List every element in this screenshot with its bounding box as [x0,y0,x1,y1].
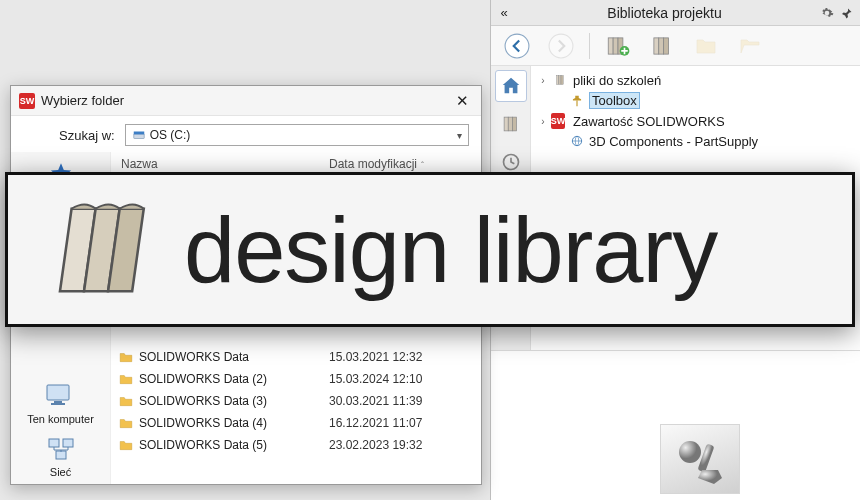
pc-icon [43,380,79,412]
svg-rect-16 [576,100,577,106]
back-button[interactable] [499,28,535,64]
table-row[interactable]: SOLIDWORKS Data 15.03.2021 12:32 [111,346,481,368]
network-icon [43,433,79,465]
row-date: 15.03.2024 12:10 [329,372,469,386]
svg-marker-21 [698,470,722,484]
globe-icon [569,133,585,149]
svg-rect-7 [659,37,664,53]
solidworks-icon: SW [19,93,35,109]
expander-icon[interactable]: › [537,75,549,86]
banner-text: design library [184,204,717,296]
svg-rect-15 [561,76,563,85]
drive-dropdown[interactable]: OS (C:) ▾ [125,124,469,146]
row-date: 15.03.2021 12:32 [329,350,469,364]
svg-rect-2 [608,37,613,53]
table-row[interactable]: SOLIDWORKS Data (3) 30.03.2021 11:39 [111,390,481,412]
books-icon [46,195,156,305]
gear-icon[interactable] [818,4,836,22]
svg-rect-22 [133,134,144,139]
row-name: SOLIDWORKS Data [139,350,329,364]
collapse-icon[interactable]: « [495,5,513,20]
fasteners-thumbnail[interactable] [660,424,740,494]
panel-header: « Biblioteka projektu [491,0,860,26]
svg-rect-9 [504,117,508,131]
tree-item-label: pliki do szkoleń [573,73,661,88]
svg-rect-29 [56,451,66,459]
svg-rect-3 [613,37,618,53]
svg-rect-11 [512,117,516,131]
row-date: 16.12.2021 11:07 [329,416,469,430]
sidebar-home-icon[interactable] [495,70,527,102]
solidworks-icon: SW [553,113,569,129]
svg-rect-25 [54,401,62,403]
row-date: 30.03.2021 11:39 [329,394,469,408]
books-icon [553,72,569,88]
row-name: SOLIDWORKS Data (5) [139,438,329,452]
place-this-pc[interactable]: Ten komputer [27,380,94,425]
folder-icon [117,439,135,451]
dialog-title: Wybierz folder [41,93,452,108]
svg-rect-28 [63,439,73,447]
svg-rect-27 [49,439,59,447]
row-name: SOLIDWORKS Data (2) [139,372,329,386]
tree-item-3d-components[interactable]: 3D Components - PartSupply [537,131,854,151]
panel-preview [491,350,860,500]
tree-item-sw-content[interactable]: › SW Zawartość SOLIDWORKS [537,111,854,131]
svg-rect-8 [664,37,669,53]
open-button [732,28,768,64]
design-library-banner: design library [5,172,855,327]
toolbar-separator [589,33,590,59]
table-row[interactable]: SOLIDWORKS Data (2) 15.03.2024 12:10 [111,368,481,390]
dialog-search-row: Szukaj w: OS (C:) ▾ [11,116,481,152]
place-network[interactable]: Sieć [43,433,79,478]
folder-button [688,28,724,64]
column-name[interactable]: Nazwa [111,157,329,171]
library-button[interactable] [644,28,680,64]
row-name: SOLIDWORKS Data (4) [139,416,329,430]
drive-value: OS (C:) [150,128,191,142]
sort-indicator-icon: ˆ [421,160,424,170]
svg-point-1 [549,34,573,58]
row-name: SOLIDWORKS Data (3) [139,394,329,408]
pin-icon[interactable] [838,4,856,22]
dialog-titlebar[interactable]: SW Wybierz folder ✕ [11,86,481,116]
svg-rect-24 [47,385,69,400]
row-date: 23.02.2023 19:32 [329,438,469,452]
svg-rect-23 [133,132,144,135]
search-label: Szukaj w: [59,128,115,143]
table-row[interactable]: SOLIDWORKS Data (5) 23.02.2023 19:32 [111,434,481,456]
place-label: Ten komputer [27,413,94,425]
folder-icon [117,373,135,385]
forward-button [543,28,579,64]
close-icon[interactable]: ✕ [452,92,473,110]
svg-rect-26 [51,403,65,405]
folder-icon [117,351,135,363]
svg-rect-14 [559,76,561,85]
tree-item-label: 3D Components - PartSupply [589,134,758,149]
place-label: Sieć [50,466,71,478]
tree-item-label: Zawartość SOLIDWORKS [573,114,725,129]
tree-item-toolbox[interactable]: Toolbox [537,90,854,111]
sidebar-library-icon[interactable] [495,108,527,140]
svg-point-19 [679,441,701,463]
svg-rect-10 [508,117,512,131]
svg-rect-13 [557,76,559,85]
chevron-down-icon: ▾ [457,130,462,141]
panel-title: Biblioteka projektu [513,5,816,21]
drive-icon [132,128,146,142]
folder-icon [117,395,135,407]
svg-rect-6 [654,37,659,53]
svg-point-0 [505,34,529,58]
table-row[interactable]: SOLIDWORKS Data (4) 16.12.2021 11:07 [111,412,481,434]
tree-item-label: Toolbox [589,92,640,109]
panel-toolbar [491,26,860,66]
add-location-button[interactable] [600,28,636,64]
folder-icon [117,417,135,429]
tree-item-pliki[interactable]: › pliki do szkoleń [537,70,854,90]
expander-icon[interactable]: › [537,116,549,127]
toolbox-icon [569,93,585,109]
column-date[interactable]: Data modyfikacjiˆ [329,157,469,171]
